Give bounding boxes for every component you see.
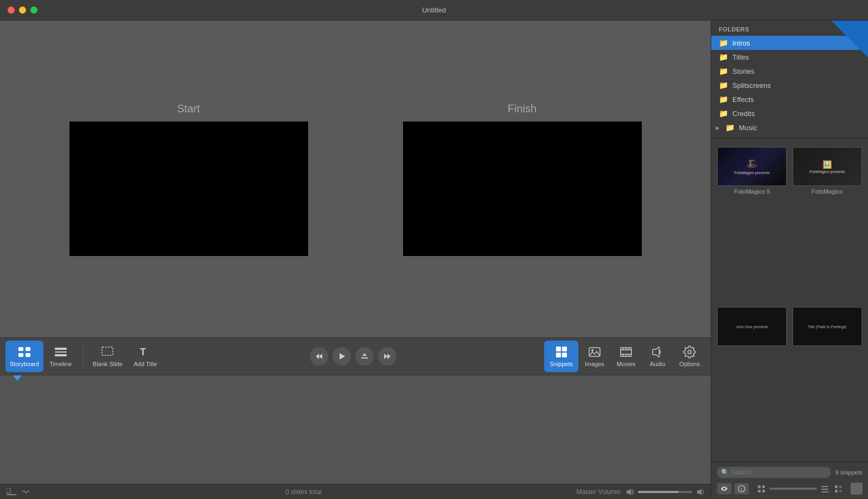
folder-label-music: Music [739, 124, 757, 132]
export-button[interactable] [355, 347, 374, 366]
svg-marker-10 [319, 354, 322, 359]
svg-rect-41 [758, 490, 761, 492]
folder-label-effects: Effects [732, 95, 754, 104]
eye-button[interactable] [717, 483, 732, 495]
snippet-thumb-dark1: John Doe presents [717, 307, 787, 346]
movies-icon [620, 346, 633, 359]
options-button[interactable]: Options [674, 341, 705, 372]
search-input-wrap: 🔍 [717, 466, 831, 478]
svg-text:i: i [741, 487, 742, 492]
snippet-item-dark2[interactable]: Title (Fade to Feelings) [792, 307, 863, 456]
fast-forward-button[interactable] [378, 347, 397, 366]
status-left [7, 488, 30, 496]
info-button[interactable]: i [734, 483, 749, 495]
svg-point-31 [688, 350, 691, 354]
list-view-button[interactable] [819, 483, 831, 495]
play-button[interactable] [333, 347, 351, 366]
svg-rect-49 [835, 490, 838, 492]
folder-item-splitscreens[interactable]: 📁 Splitscreens [711, 78, 868, 92]
svg-marker-15 [387, 354, 391, 359]
close-button[interactable] [8, 7, 15, 14]
slide-view-icon [7, 488, 16, 496]
transport-controls [164, 347, 542, 366]
folder-icon-effects: 📁 [719, 95, 728, 104]
maximize-button[interactable] [30, 7, 37, 14]
fast-forward-icon [384, 353, 391, 360]
svg-point-36 [723, 488, 725, 490]
timeline-label: Timeline [49, 361, 72, 367]
status-right: Master Volume: [577, 488, 704, 496]
svg-rect-1 [25, 347, 30, 351]
timeline-button[interactable]: Timeline [44, 341, 77, 372]
start-video-preview[interactable] [69, 121, 308, 256]
search-input[interactable] [717, 466, 831, 478]
snippet-label-fm: FotoMagico [812, 188, 843, 195]
rewind-button[interactable] [310, 347, 328, 366]
snippet-thumb-fm5: 🎩 FotoMagico presents [717, 147, 787, 186]
folder-item-music[interactable]: ▶ 📁 Music [711, 120, 868, 135]
right-toolbar-group: Snippets Images [544, 341, 705, 372]
rewind-icon [315, 353, 323, 360]
folder-label-intros: Intros [732, 39, 750, 47]
snippet-label-fm5: FotoMagico 5 [734, 188, 770, 195]
timeline-icon [54, 346, 67, 359]
svg-point-21 [591, 349, 593, 351]
svg-rect-17 [562, 347, 567, 351]
svg-rect-50 [839, 490, 842, 491]
blank-slide-button[interactable]: Blank Slide [88, 341, 127, 372]
folder-item-titles[interactable]: 📁 Titles [711, 50, 868, 64]
traffic-lights [8, 7, 37, 14]
svg-rect-51 [839, 491, 842, 492]
svg-marker-9 [316, 354, 319, 359]
slide-view-toggle[interactable] [7, 488, 16, 496]
detail-view-button[interactable] [833, 483, 844, 495]
blank-slide-icon [101, 346, 114, 359]
audio-button[interactable]: Audio [642, 341, 673, 372]
snippet-item-fm[interactable]: 🖼️ FotoMagico presents FotoMagico [792, 147, 863, 303]
view-square [851, 483, 863, 495]
svg-marker-14 [384, 354, 387, 359]
svg-rect-12 [361, 357, 368, 359]
folder-item-credits[interactable]: 📁 Credits [711, 106, 868, 120]
snippets-grid: 🎩 FotoMagico presents FotoMagico 5 🖼️ Fo… [711, 142, 868, 462]
grid-small-button[interactable] [756, 483, 767, 495]
size-slider[interactable] [769, 488, 817, 490]
snippets-icon [555, 346, 568, 359]
audio-label: Audio [650, 361, 665, 367]
folder-item-stories[interactable]: 📁 Stories [711, 64, 868, 78]
snippet-item-fm5[interactable]: 🎩 FotoMagico presents FotoMagico 5 [717, 147, 788, 303]
folder-item-effects[interactable]: 📁 Effects [711, 92, 868, 106]
images-button[interactable]: Images [579, 341, 610, 372]
playhead-marker [13, 375, 22, 381]
movies-button[interactable]: Movies [611, 341, 641, 372]
svg-rect-5 [55, 351, 67, 353]
blank-slide-label: Blank Slide [93, 361, 123, 367]
add-title-icon: T [139, 346, 152, 359]
svg-rect-6 [55, 354, 67, 356]
folder-label-credits: Credits [732, 110, 755, 118]
svg-rect-4 [55, 348, 67, 350]
detail-view-icon [835, 485, 842, 492]
storyboard-area[interactable] [0, 375, 711, 484]
finish-video-preview[interactable] [403, 121, 642, 256]
right-sidebar: NEWS FOLDERS 📁 Intros 📁 Titles 📁 Stories… [711, 21, 868, 499]
folder-item-intros[interactable]: 📁 Intros [711, 36, 868, 50]
window-title: Untitled [422, 6, 446, 14]
storyboard-button[interactable]: Storyboard [5, 341, 43, 372]
svg-marker-11 [340, 353, 345, 360]
search-row: 🔍 9 snippets [717, 466, 863, 478]
minimize-button[interactable] [19, 7, 26, 14]
snippets-button[interactable]: Snippets [544, 341, 578, 372]
news-text: NEWS [861, 21, 868, 28]
svg-rect-20 [589, 348, 600, 356]
separator-1 [82, 346, 83, 367]
center-area: Start Finish Storyboard [0, 21, 711, 499]
audio-track-toggle[interactable] [22, 488, 30, 496]
movies-label: Movies [617, 361, 636, 367]
sidebar-divider-1 [711, 138, 868, 138]
svg-rect-18 [556, 353, 561, 357]
volume-slider[interactable] [638, 491, 692, 493]
play-icon [338, 353, 346, 360]
snippet-item-dark1[interactable]: John Doe presents [717, 307, 788, 456]
add-title-button[interactable]: T Add Title [129, 341, 162, 372]
